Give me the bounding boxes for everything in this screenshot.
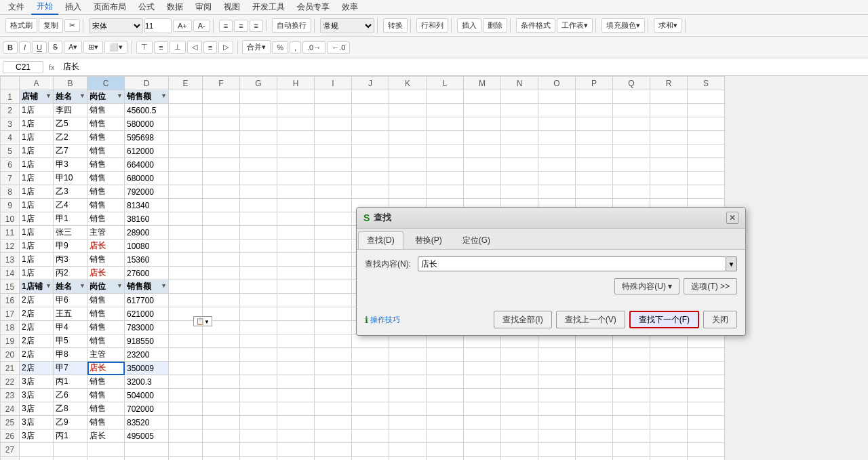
text-right-btn[interactable]: ▷ xyxy=(218,41,233,54)
cell-empty[interactable] xyxy=(464,348,501,362)
cell-empty[interactable] xyxy=(315,199,352,212)
cell-D23[interactable]: 504000 xyxy=(125,389,169,402)
cell-empty[interactable] xyxy=(538,158,576,172)
cell-B12[interactable]: 甲9 xyxy=(54,239,87,253)
cell-empty[interactable] xyxy=(240,362,277,375)
col-header-o[interactable]: O xyxy=(538,77,576,90)
decrease-font-btn[interactable]: A- xyxy=(193,20,210,32)
cell-empty[interactable] xyxy=(203,199,240,212)
cell-empty[interactable] xyxy=(203,457,240,461)
menu-formula[interactable]: 公式 xyxy=(133,0,160,14)
cell-empty[interactable] xyxy=(240,253,277,267)
cell-D20[interactable]: 23200 xyxy=(125,348,169,362)
menu-efficiency[interactable]: 效率 xyxy=(336,0,363,14)
cell-empty[interactable] xyxy=(427,457,464,461)
cell-D6[interactable]: 664000 xyxy=(125,158,169,172)
cell-empty[interactable] xyxy=(650,402,688,416)
cell-empty[interactable] xyxy=(427,158,464,172)
cell-empty[interactable] xyxy=(538,389,576,402)
cell-empty[interactable] xyxy=(315,226,352,239)
cell-empty[interactable] xyxy=(389,375,427,389)
text-left-btn[interactable]: ◁ xyxy=(187,41,202,54)
cell-empty[interactable] xyxy=(501,104,538,117)
cell-empty[interactable] xyxy=(240,402,277,416)
menu-file[interactable]: 文件 xyxy=(3,0,30,14)
cell-empty[interactable] xyxy=(501,185,538,199)
cell-empty[interactable] xyxy=(315,185,352,199)
cell-B8[interactable]: 乙3 xyxy=(54,185,87,199)
cell-empty[interactable] xyxy=(352,185,389,199)
cell-empty[interactable] xyxy=(688,172,725,185)
cell-empty[interactable] xyxy=(538,145,576,158)
cell-empty[interactable] xyxy=(169,185,203,199)
cell-C15[interactable]: 岗位▼ xyxy=(87,280,125,294)
cell-empty[interactable] xyxy=(464,334,501,348)
menu-view[interactable]: 视图 xyxy=(218,0,245,14)
convert-btn[interactable]: 转换 xyxy=(383,18,408,33)
cell-B14[interactable]: 丙2 xyxy=(54,267,87,280)
merge-btn[interactable]: 合并▾ xyxy=(242,40,271,54)
cell-A6[interactable]: 1店 xyxy=(20,158,54,172)
cell-empty[interactable] xyxy=(389,185,427,199)
cell-empty[interactable] xyxy=(203,90,240,104)
col-header-f[interactable]: F xyxy=(203,77,240,90)
cell-C14[interactable]: 店长 xyxy=(87,267,125,280)
cell-D25[interactable]: 83520 xyxy=(125,416,169,429)
cell-empty[interactable] xyxy=(538,429,576,443)
cell-empty[interactable] xyxy=(427,416,464,429)
cell-empty[interactable] xyxy=(688,158,725,172)
cell-empty[interactable] xyxy=(352,90,389,104)
cell-empty[interactable] xyxy=(688,416,725,429)
cell-empty[interactable] xyxy=(169,239,203,253)
cell-C2[interactable]: 销售 xyxy=(87,104,125,117)
border-btn[interactable]: ⊞▾ xyxy=(83,41,103,54)
cell-A12[interactable]: 1店 xyxy=(20,239,54,253)
cell-empty[interactable] xyxy=(464,416,501,429)
cell-empty[interactable] xyxy=(389,131,427,145)
cell-empty[interactable] xyxy=(203,443,240,457)
cell-empty[interactable] xyxy=(501,172,538,185)
col-header-j[interactable]: J xyxy=(352,77,389,90)
cell-empty[interactable] xyxy=(389,104,427,117)
cell-empty[interactable] xyxy=(613,334,650,348)
cell-empty[interactable] xyxy=(464,104,501,117)
cell-empty[interactable] xyxy=(352,145,389,158)
cell-empty[interactable] xyxy=(464,389,501,402)
cond-format-btn[interactable]: 条件格式 xyxy=(516,18,555,33)
cell-A26[interactable]: 3店 xyxy=(20,429,54,443)
format-painter-btn[interactable]: 格式刷 xyxy=(5,18,37,33)
cell-C8[interactable]: 销售 xyxy=(87,185,125,199)
cell-empty[interactable] xyxy=(501,375,538,389)
cell-C11[interactable]: 主管 xyxy=(87,226,125,239)
cell-A18[interactable]: 2店 xyxy=(20,321,54,334)
cell-empty[interactable] xyxy=(613,443,650,457)
cell-D22[interactable]: 3200.3 xyxy=(125,375,169,389)
cell-empty[interactable] xyxy=(203,375,240,389)
cell-empty[interactable] xyxy=(315,348,352,362)
cell-empty[interactable] xyxy=(501,348,538,362)
cell-empty[interactable] xyxy=(389,117,427,131)
cell-A7[interactable]: 1店 xyxy=(20,172,54,185)
cell-empty[interactable] xyxy=(576,429,613,443)
cell-A4[interactable]: 1店 xyxy=(20,131,54,145)
cell-C24[interactable]: 销售 xyxy=(87,402,125,416)
cell-D19[interactable]: 918550 xyxy=(125,334,169,348)
cell-empty[interactable] xyxy=(277,212,315,226)
find-all-btn[interactable]: 查找全部(I) xyxy=(494,311,551,328)
table-btn[interactable]: 工作表▾ xyxy=(557,18,593,33)
cell-empty[interactable] xyxy=(169,362,203,375)
cell-empty[interactable] xyxy=(576,389,613,402)
cell-A5[interactable]: 1店 xyxy=(20,145,54,158)
cell-empty[interactable] xyxy=(169,280,203,294)
fill-btn[interactable]: ⬜▾ xyxy=(104,41,127,54)
cell-ref-input[interactable] xyxy=(3,61,43,73)
cell-empty[interactable] xyxy=(240,389,277,402)
fill-color-btn[interactable]: 填充颜色▾ xyxy=(601,18,645,33)
cell-empty[interactable] xyxy=(464,362,501,375)
cell-empty[interactable] xyxy=(277,402,315,416)
cell-D10[interactable]: 38160 xyxy=(125,212,169,226)
cell-empty[interactable] xyxy=(501,457,538,461)
cell-empty[interactable] xyxy=(240,416,277,429)
cell-empty[interactable] xyxy=(389,334,427,348)
cell-empty[interactable] xyxy=(613,416,650,429)
